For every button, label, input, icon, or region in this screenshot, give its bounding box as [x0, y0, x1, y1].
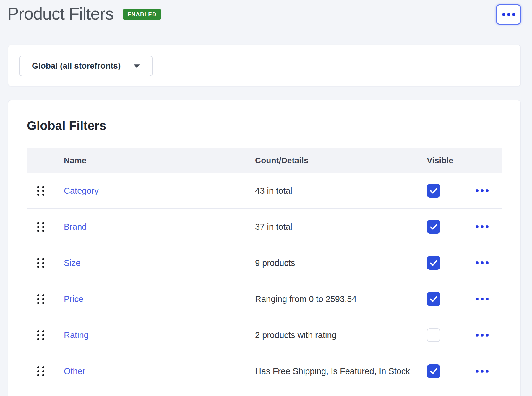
drag-cell [27, 294, 64, 304]
row-menu-button[interactable] [473, 258, 492, 267]
ellipsis-icon [476, 334, 489, 337]
check-icon [429, 258, 438, 267]
visible-checkbox[interactable] [427, 220, 440, 234]
filters-table: Name Count/Details Visible Category 43 i… [27, 148, 502, 389]
visible-cell [427, 256, 450, 270]
filters-table-body: Category 43 in total Brand 37 in total [27, 173, 502, 389]
row-menu-button[interactable] [473, 186, 492, 195]
filter-name-link[interactable]: Size [64, 258, 80, 268]
page-more-button[interactable] [496, 4, 521, 25]
menu-cell [450, 331, 502, 340]
column-header-details: Count/Details [255, 156, 427, 165]
visible-checkbox[interactable] [427, 328, 440, 342]
filter-name-link[interactable]: Price [64, 294, 83, 304]
check-icon [429, 367, 438, 376]
global-filters-card: Global Filters Name Count/Details Visibl… [8, 100, 521, 396]
name-cell: Category [64, 186, 255, 196]
filter-name-link[interactable]: Category [64, 186, 99, 195]
ellipsis-icon [476, 298, 489, 300]
filter-details: 9 products [255, 258, 427, 268]
page-header: Product Filters ENABLED [7, 3, 161, 24]
menu-cell [450, 222, 502, 231]
drag-handle-icon[interactable] [37, 222, 44, 232]
chevron-down-icon [134, 64, 140, 68]
filter-name-link[interactable]: Other [64, 366, 85, 376]
table-row: Size 9 products [27, 245, 502, 281]
menu-cell [450, 295, 502, 303]
table-row: Rating 2 products with rating [27, 317, 502, 353]
filter-details: 37 in total [255, 222, 427, 232]
filter-name-link[interactable]: Brand [64, 222, 87, 232]
drag-handle-icon[interactable] [37, 186, 44, 196]
check-icon [429, 186, 438, 195]
storefront-card: Global (all storefronts) [8, 45, 521, 86]
column-header-name: Name [64, 156, 255, 165]
ellipsis-icon [476, 225, 489, 228]
drag-handle-icon[interactable] [37, 294, 44, 304]
menu-cell [450, 258, 502, 267]
status-badge: ENABLED [123, 9, 161, 20]
page-title: Product Filters [7, 5, 113, 22]
row-menu-button[interactable] [473, 295, 492, 303]
table-row: Price Ranging from 0 to 2593.54 [27, 281, 502, 317]
table-row: Brand 37 in total [27, 209, 502, 245]
visible-cell [427, 292, 450, 306]
name-cell: Rating [64, 330, 255, 340]
visible-cell [427, 364, 450, 378]
menu-cell [450, 367, 502, 376]
row-menu-button[interactable] [473, 222, 492, 231]
visible-checkbox[interactable] [427, 256, 440, 270]
drag-handle-icon[interactable] [37, 330, 44, 340]
drag-cell [27, 330, 64, 340]
ellipsis-icon [502, 13, 515, 16]
name-cell: Size [64, 258, 255, 268]
drag-cell [27, 222, 64, 232]
row-menu-button[interactable] [473, 331, 492, 340]
visible-cell [427, 328, 450, 342]
drag-handle-icon[interactable] [37, 366, 44, 376]
visible-cell [427, 184, 450, 198]
drag-cell [27, 186, 64, 196]
name-cell: Price [64, 294, 255, 304]
column-header-visible: Visible [427, 156, 450, 165]
visible-checkbox[interactable] [427, 292, 440, 306]
check-icon [429, 222, 438, 231]
ellipsis-icon [476, 370, 489, 373]
filter-details: Has Free Shipping, Is Featured, In Stock [255, 366, 427, 376]
table-row: Other Has Free Shipping, Is Featured, In… [27, 353, 502, 389]
name-cell: Other [64, 366, 255, 376]
table-row: Category 43 in total [27, 173, 502, 209]
check-icon [429, 295, 438, 303]
ellipsis-icon [476, 261, 489, 264]
row-menu-button[interactable] [473, 367, 492, 376]
storefront-dropdown[interactable]: Global (all storefronts) [19, 56, 153, 76]
storefront-dropdown-value: Global (all storefronts) [20, 61, 121, 71]
filter-name-link[interactable]: Rating [64, 330, 89, 340]
drag-cell [27, 366, 64, 376]
drag-handle-icon[interactable] [37, 258, 44, 268]
menu-cell [450, 186, 502, 195]
filters-table-header: Name Count/Details Visible [27, 148, 502, 173]
visible-checkbox[interactable] [427, 184, 440, 198]
filter-details: 43 in total [255, 186, 427, 196]
filter-details: 2 products with rating [255, 330, 427, 340]
filter-details: Ranging from 0 to 2593.54 [255, 294, 427, 304]
visible-checkbox[interactable] [427, 364, 440, 378]
drag-cell [27, 258, 64, 268]
ellipsis-icon [476, 189, 489, 192]
name-cell: Brand [64, 222, 255, 232]
section-title: Global Filters [27, 119, 106, 133]
visible-cell [427, 220, 450, 234]
